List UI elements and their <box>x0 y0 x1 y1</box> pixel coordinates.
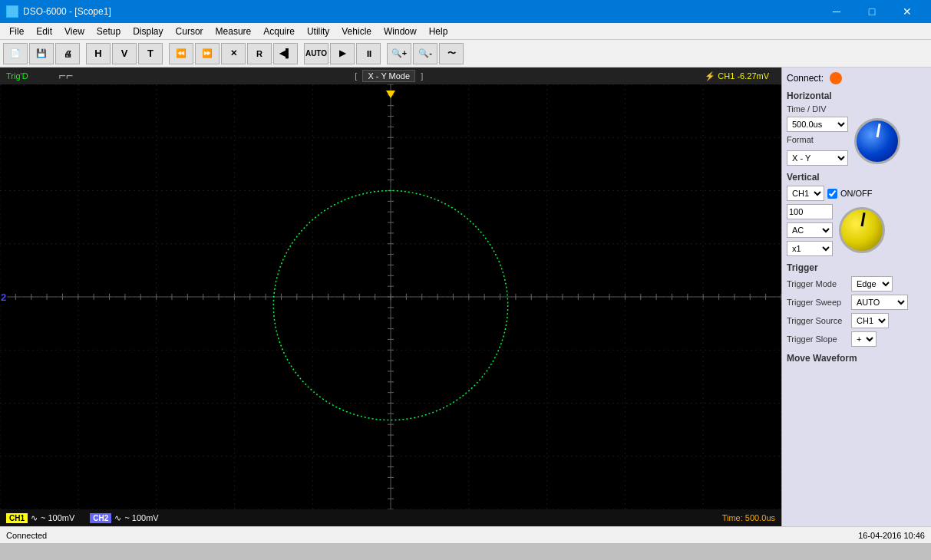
coupling-select[interactable]: AC DC GND <box>787 222 833 238</box>
probe-select[interactable]: x1 x10 x100 <box>787 241 833 256</box>
tb-jl2[interactable]: ⏩ <box>195 43 220 64</box>
tb-wave[interactable]: 〜 <box>439 43 464 64</box>
trigger-mode-row: Trigger Mode Edge Pulse Video <box>787 276 926 292</box>
tb-zoom-out[interactable]: 🔍- <box>413 43 437 64</box>
knob-indicator <box>877 124 881 137</box>
menu-vehicle[interactable]: Vehicle <box>335 23 378 40</box>
format-row: Format <box>787 135 848 144</box>
menu-window[interactable]: Window <box>378 23 423 40</box>
status-right: 16-04-2016 10:46 <box>858 531 925 540</box>
statusbar: Connected 16-04-2016 10:46 <box>0 526 931 543</box>
time-div-select[interactable]: 500.0us 1ms 100us <box>787 117 848 132</box>
menu-setup[interactable]: Setup <box>91 23 127 40</box>
menu-help[interactable]: Help <box>423 23 454 40</box>
ch1-status: ⚡ CH1 -6.27mV <box>705 71 769 81</box>
connect-label: Connect: <box>787 73 824 84</box>
tb-pause[interactable]: ⏸ <box>356 43 381 64</box>
scope-status-bar: Trig'D ⌐⌐ [ X - Y Mode ] ⚡ CH1 -6.27mV <box>0 68 781 84</box>
menu-acquire[interactable]: Acquire <box>257 23 301 40</box>
time-div-row: Time / DIV <box>787 104 926 114</box>
ch1-status-text: CH1 -6.27mV <box>718 71 769 81</box>
trigger-sweep-label: Trigger Sweep <box>787 298 848 307</box>
menu-view[interactable]: View <box>58 23 91 40</box>
menu-display[interactable]: Display <box>127 23 169 40</box>
tb-play-back[interactable]: ◀▌ <box>273 43 298 64</box>
titlebar: DSO-6000 - [Scope1] ─ □ ✕ <box>0 0 931 23</box>
tb-jl1[interactable]: ⏪ <box>169 43 193 64</box>
ch2-label: CH2 ∿ ~ 100mV <box>90 513 158 523</box>
ch1-coupling: ∿ <box>31 513 38 523</box>
scope-bottom-bar: CH1 ∿ ~ 100mV CH2 ∿ ~ 100mV Time: 500.0u… <box>0 509 781 526</box>
menu-measure[interactable]: Measure <box>210 23 258 40</box>
trigger-section: Trigger Trigger Mode Edge Pulse Video Tr… <box>787 262 926 347</box>
tb-print[interactable]: 🖨 <box>55 43 80 64</box>
menu-file[interactable]: File <box>3 23 30 40</box>
titlebar-left: DSO-6000 - [Scope1] <box>6 5 111 18</box>
trigger-marker <box>386 91 395 98</box>
connect-section: Connect: <box>787 72 926 84</box>
trigger-source-row: Trigger Source CH1 CH2 EXT <box>787 313 926 328</box>
horizontal-controls: 500.0us 1ms 100us Format X - Y YT <box>787 117 926 166</box>
xy-mode-label: X - Y Mode <box>362 70 415 82</box>
vertical-knob[interactable] <box>839 207 885 253</box>
horizontal-section: Horizontal Time / DIV 500.0us 1ms 100us … <box>787 91 926 166</box>
main-area: Trig'D ⌐⌐ [ X - Y Mode ] ⚡ CH1 -6.27mV 2 <box>0 68 931 526</box>
right-panel: Connect: Horizontal Time / DIV 500.0us 1… <box>781 68 931 526</box>
ch-select-row: CH1 CH2 ON/OFF <box>787 186 926 201</box>
connect-indicator <box>830 72 842 84</box>
ch2-coupling: ∿ <box>114 513 121 523</box>
tb-cross[interactable]: ✕ <box>221 43 246 64</box>
trigger-slope-select[interactable]: + - <box>851 331 877 347</box>
toolbar: 📄 💾 🖨 H V T ⏪ ⏩ ✕ R ◀▌ AUTO ▶ ⏸ 🔍+ 🔍- 〜 <box>0 40 931 68</box>
tb-r[interactable]: R <box>247 43 272 64</box>
tb-auto[interactable]: AUTO <box>304 43 328 64</box>
vertical-section: Vertical CH1 CH2 ON/OFF AC DC <box>787 172 926 256</box>
tb-new[interactable]: 📄 <box>3 43 28 64</box>
close-button[interactable]: ✕ <box>890 0 925 23</box>
trigger-source-label: Trigger Source <box>787 316 848 325</box>
tb-zoom-in[interactable]: 🔍+ <box>387 43 411 64</box>
tb-h[interactable]: H <box>86 43 111 64</box>
tb-run[interactable]: ▶ <box>330 43 355 64</box>
on-off-row: ON/OFF <box>827 189 873 199</box>
trigger-title: Trigger <box>787 262 926 273</box>
trigger-slope-label: Trigger Slope <box>787 334 848 344</box>
trigger-mode-label: Trigger Mode <box>787 279 848 288</box>
tb-save[interactable]: 💾 <box>29 43 54 64</box>
app-icon <box>6 5 18 18</box>
on-off-label: ON/OFF <box>840 189 873 198</box>
tb-v[interactable]: V <box>112 43 137 64</box>
horizontal-knob[interactable] <box>854 118 900 164</box>
menu-cursor[interactable]: Cursor <box>170 23 210 40</box>
move-waveform-label: Move Waveform <box>787 353 926 364</box>
knob-indicator-y <box>861 212 866 226</box>
scope-area: Trig'D ⌐⌐ [ X - Y Mode ] ⚡ CH1 -6.27mV 2 <box>0 68 781 526</box>
maximize-button[interactable]: □ <box>854 0 890 23</box>
scope-display[interactable]: 2 <box>0 84 781 509</box>
tb-t[interactable]: T <box>138 43 163 64</box>
menu-utility[interactable]: Utility <box>301 23 335 40</box>
trigger-slope-row: Trigger Slope + - <box>787 331 926 347</box>
scope-canvas <box>0 84 781 509</box>
channel-select[interactable]: CH1 CH2 <box>787 186 824 201</box>
on-off-checkbox[interactable] <box>827 189 837 199</box>
status-left: Connected <box>6 531 47 540</box>
trigger-sweep-row: Trigger Sweep AUTO NORMAL SINGLE <box>787 295 926 310</box>
ch1-badge: CH1 <box>6 513 28 523</box>
trigger-mode-select[interactable]: Edge Pulse Video <box>851 276 893 292</box>
trigger-sweep-select[interactable]: AUTO NORMAL SINGLE <box>851 295 908 310</box>
ch2-volts: ~ 100mV <box>124 513 158 522</box>
volts-div-input[interactable] <box>787 204 833 219</box>
format-select[interactable]: X - Y YT <box>787 150 848 166</box>
trigger-icon: ⌐⌐ <box>59 69 74 83</box>
horizontal-title: Horizontal <box>787 91 926 101</box>
format-label: Format <box>787 135 848 144</box>
menu-edit[interactable]: Edit <box>30 23 58 40</box>
vertical-controls: AC DC GND x1 x10 x100 <box>787 204 926 256</box>
trigger-source-select[interactable]: CH1 CH2 EXT <box>851 313 889 328</box>
ch1-label: CH1 ∿ ~ 100mV <box>6 513 74 523</box>
time-div-label: Time / DIV <box>787 104 848 114</box>
vertical-title: Vertical <box>787 172 926 183</box>
minimize-button[interactable]: ─ <box>819 0 854 23</box>
window-controls: ─ □ ✕ <box>819 0 925 23</box>
